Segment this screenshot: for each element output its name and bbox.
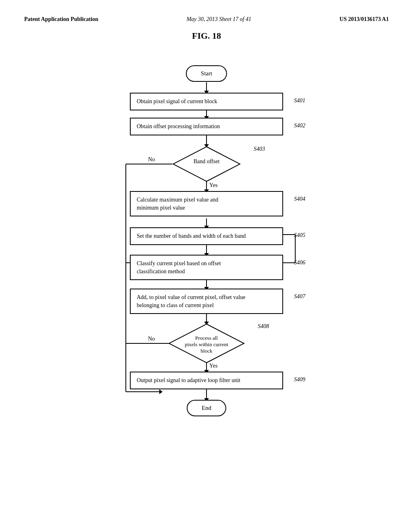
s403-label: S403 — [254, 146, 265, 152]
header-publication: Patent Application Publication — [24, 16, 98, 23]
s408-yes-label: Yes — [209, 363, 217, 369]
s403-no-label: No — [148, 156, 155, 162]
s408-label: S408 — [258, 323, 269, 330]
s404-text: Calculate maximum pixel value and minimu… — [130, 191, 283, 216]
s402-node: Obtain offset processing information S40… — [130, 118, 283, 135]
svg-marker-9 — [159, 389, 163, 394]
svg-text:Process all: Process all — [195, 335, 218, 341]
s409-node: Output pixel signal to adaptive loop fil… — [130, 372, 283, 389]
s406-label: S406 — [294, 260, 305, 266]
s409-label: S409 — [294, 376, 305, 383]
page-header: Patent Application Publication May 30, 2… — [24, 16, 389, 23]
s409-text: Output pixel signal to adaptive loop fil… — [130, 372, 283, 389]
s408-diamond-svg: Process all pixels within current block — [168, 323, 245, 364]
s408-node: Process all pixels within current block … — [168, 323, 245, 364]
s401-label: S401 — [294, 98, 305, 104]
s407-node: Add, to pixel value of current pixel, of… — [130, 289, 283, 314]
s408-no-label: No — [148, 336, 155, 342]
svg-text:block: block — [201, 348, 213, 354]
s403-node: Band offset S403 — [172, 146, 241, 182]
page: Patent Application Publication May 30, 2… — [0, 0, 413, 532]
s405-node: Set the number of bands and width of eac… — [130, 227, 283, 245]
header-patent-number: US 2013/0136173 A1 — [340, 16, 389, 23]
s406-node: Classify current pixel based on offset c… — [130, 255, 283, 280]
s407-text: Add, to pixel value of current pixel, of… — [130, 289, 283, 314]
start-label: Start — [186, 65, 227, 82]
svg-text:pixels within current: pixels within current — [185, 341, 228, 347]
end-node: End — [187, 400, 226, 416]
s406-text: Classify current pixel based on offset c… — [130, 255, 283, 280]
svg-text:Band offset: Band offset — [194, 158, 220, 164]
s404-label: S404 — [294, 196, 305, 202]
s404-node: Calculate maximum pixel value and minimu… — [130, 191, 283, 216]
s405-label: S405 — [294, 232, 305, 239]
end-label: End — [187, 400, 226, 416]
start-node: Start — [186, 65, 227, 82]
s402-label: S402 — [294, 123, 305, 129]
s407-label: S407 — [294, 293, 305, 300]
s402-text: Obtain offset processing information — [130, 118, 283, 135]
s403-yes-label: Yes — [209, 182, 217, 188]
figure-title: FIG. 18 — [24, 31, 389, 41]
s403-diamond-svg: Band offset — [172, 146, 241, 182]
flowchart: No Yes No Yes Start Obtain pixel signal … — [65, 57, 348, 480]
s405-text: Set the number of bands and width of eac… — [130, 227, 283, 245]
s401-text: Obtain pixel signal of current block — [130, 93, 283, 110]
header-date-sheet: May 30, 2013 Sheet 17 of 41 — [186, 16, 251, 23]
s401-node: Obtain pixel signal of current block S40… — [130, 93, 283, 110]
